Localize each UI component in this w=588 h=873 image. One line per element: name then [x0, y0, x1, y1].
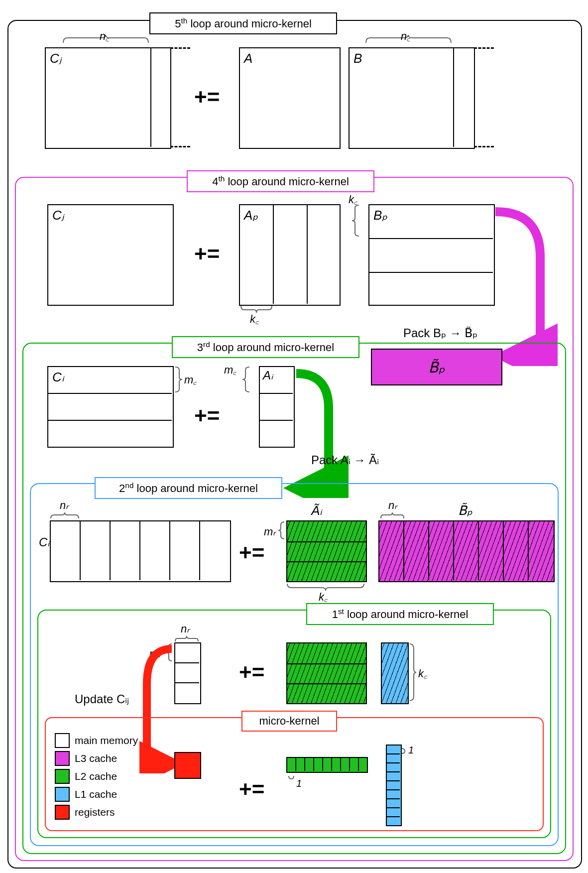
- op-pluseq-2: +=: [194, 242, 220, 266]
- matrix-Ci-2: [50, 520, 231, 582]
- Ai-tilde-l1: [286, 642, 367, 704]
- legend-main: main memory: [55, 733, 138, 748]
- microkernel-label: micro-kernel: [241, 711, 337, 732]
- op-pluseq-3: +=: [194, 403, 220, 428]
- arrow-pack-B: [493, 207, 558, 366]
- text-pack-B: Pack Bₚ → B̃ₚ: [403, 326, 477, 340]
- dim-mr-ai: mᵣ: [264, 525, 276, 538]
- op-pluseq-6: +=: [239, 777, 264, 802]
- dim-kc-ap: k꜀: [250, 313, 259, 326]
- Bp-tilde-cache: B̃ₚ: [371, 349, 502, 385]
- text-pack-A: Pack Aᵢ → Ãᵢ: [311, 453, 379, 467]
- register-block: [174, 752, 201, 779]
- dim-kc-l1: k꜀: [418, 667, 427, 680]
- op-pluseq-1: +=: [194, 85, 220, 110]
- matrix-A: A: [239, 47, 341, 149]
- Bp-tilde-l1: [381, 642, 409, 704]
- gemm-loops-diagram: 5th loop around micro-kernel n꜀ n꜀ Cⱼ +=…: [0, 0, 588, 873]
- matrix-Cj-2: Cⱼ: [47, 204, 174, 306]
- legend-reg: registers: [55, 805, 115, 820]
- B-microrow: [386, 745, 402, 826]
- text-update-C: Update Cᵢⱼ: [75, 692, 129, 706]
- dim-1-a: 1: [296, 778, 302, 789]
- arrow-pack-A: [279, 369, 349, 498]
- dim-kc-bp: k꜀: [349, 193, 357, 206]
- dim-1-b: 1: [408, 745, 414, 756]
- dim-kc-ai: k꜀: [319, 591, 328, 604]
- matrix-Ci-1: Cᵢ: [47, 366, 174, 448]
- A-microcol: [286, 757, 368, 773]
- loop4-label: 4th loop around micro-kernel: [187, 170, 374, 192]
- matrix-Bp: Bₚ: [368, 204, 495, 306]
- loop1-label: 1st loop around micro-kernel: [306, 603, 494, 625]
- dim-nc-b: n꜀: [401, 30, 410, 43]
- loop2-label: 2nd loop around micro-kernel: [95, 477, 282, 499]
- legend-l2: L2 cache: [55, 769, 117, 784]
- loop5-label: 5th loop around micro-kernel: [149, 12, 337, 34]
- legend-l1: L1 cache: [55, 787, 117, 802]
- matrix-Ap: Aₚ: [239, 204, 341, 306]
- op-pluseq-5: +=: [239, 660, 264, 685]
- dim-mc-ai: m꜀: [224, 364, 236, 376]
- matrix-Cj-1: Cⱼ: [45, 47, 171, 149]
- dim-nc-cj: n꜀: [100, 30, 109, 43]
- legend-l3: L3 cache: [55, 751, 117, 766]
- matrix-B: B: [349, 47, 475, 149]
- Ai-tilde-cache: [286, 520, 367, 582]
- dim-mc-ci: m꜀: [184, 374, 197, 386]
- op-pluseq-4: +=: [239, 540, 264, 565]
- loop3-label: 3rd loop around micro-kernel: [172, 336, 359, 358]
